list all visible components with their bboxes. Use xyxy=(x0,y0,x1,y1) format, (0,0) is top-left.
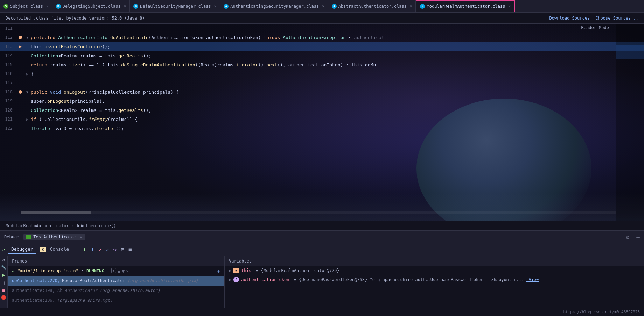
code-line-112: 112 ▼ protected AuthenticationInfo doAut… xyxy=(0,33,644,42)
horizontal-scrollbar[interactable] xyxy=(21,211,616,214)
debug-session-close[interactable]: × xyxy=(80,235,82,239)
frames-icon[interactable]: ≡ xyxy=(127,245,133,254)
pause-side-icon[interactable]: ⏸ xyxy=(1,280,6,286)
line-content-116: } xyxy=(31,71,641,77)
line-content-114: Collection<Realm> realms = this.getRealm… xyxy=(31,53,641,58)
var-view-link[interactable]: View xyxy=(526,277,539,282)
console-tab[interactable]: C Console xyxy=(37,245,72,254)
choose-sources-link[interactable]: Choose Sources... xyxy=(595,16,638,21)
thread-dropdown[interactable]: ▼ xyxy=(111,268,116,273)
kw-params: (AuthenticationToken authenticationToken… xyxy=(149,35,264,40)
kw-next-115: next xyxy=(266,62,277,67)
debug-side-icon2[interactable]: 🔧 xyxy=(1,265,6,270)
frame-method-1: doAuthenticate:270, xyxy=(12,278,60,283)
kw-void-118: void xyxy=(50,89,64,95)
thread-filter-icon[interactable]: ▽ xyxy=(126,268,129,274)
tab-icon-default: D xyxy=(133,4,138,9)
frame-item-3[interactable]: authenticate:106, (org.apache.shiro.mgt) xyxy=(8,295,224,305)
step-out-icon[interactable]: ↗ xyxy=(97,245,103,254)
resume-side-icon[interactable]: ▶ xyxy=(2,272,6,278)
kw-if-121: if xyxy=(31,117,39,122)
step-over-icon[interactable]: ⬆ xyxy=(82,245,88,254)
var-expand-this[interactable]: ▶ xyxy=(229,268,231,273)
tab-abstract[interactable]: A AbstractAuthenticator.class × xyxy=(328,0,416,12)
tab-label-subject: Subject.class xyxy=(10,4,43,9)
tab-label-abstract: AbstractAuthenticator.class xyxy=(338,4,407,9)
tab-default[interactable]: D DefaultSecurityManager.class × xyxy=(130,0,220,12)
breadcrumb-class[interactable]: ModularRealmAuthenticator xyxy=(6,223,69,228)
download-sources-link[interactable]: Download Sources xyxy=(550,16,590,21)
evaluate-icon[interactable]: ↪ xyxy=(112,245,118,254)
debug-toolbar-section: ↺ Debugger C Console ⬆ ⬇ ↗ ↙ ↪ ⊟ ≡ xyxy=(0,243,644,256)
kw-collection-120: Collection xyxy=(31,108,58,113)
debug-session-icon: T xyxy=(26,235,31,239)
thread-name: "main"@1 in group "main" xyxy=(18,268,78,273)
line-num-122: 122 xyxy=(3,126,17,131)
run-to-cursor-icon[interactable]: ↙ xyxy=(104,245,111,254)
fold-121: ▷ xyxy=(24,117,31,121)
kw-return-type: AuthenticationInfo xyxy=(58,35,110,40)
code-line-116: 116 ▷ } xyxy=(0,69,644,78)
kw-truncated: authenticat xyxy=(354,35,384,40)
tab-subject[interactable]: S Subject.class × xyxy=(0,0,52,12)
var-expand-authtoken[interactable]: ▶ xyxy=(229,277,231,282)
code-line-122: 122 Iterator var3 = realms.iterator(); xyxy=(0,124,644,133)
kw-generic-114: <Realm> realms = this. xyxy=(58,53,118,58)
debug-session-tab[interactable]: T TestAuthenticator × xyxy=(23,234,85,240)
tab-close-modular[interactable]: × xyxy=(508,4,511,8)
var-icon-authtoken: P xyxy=(233,277,239,282)
kw-115d: (). xyxy=(258,62,266,67)
frame-item-1[interactable]: doAuthenticate:270, ModularRealmAuthenti… xyxy=(8,276,224,286)
frames-label: Frames xyxy=(12,259,27,264)
status-url: https://blog.csdn.net/m0_46897923 xyxy=(563,310,640,314)
thread-up-icon[interactable]: ▲ xyxy=(118,268,120,274)
thread-checkmark: ✓ xyxy=(12,268,15,274)
step-into-icon[interactable]: ⬇ xyxy=(89,245,96,254)
line-num-118: 118 xyxy=(3,89,17,94)
line-marker-113: ▶ xyxy=(17,44,24,49)
breadcrumb-bar: ModularRealmAuthenticator › doAuthentica… xyxy=(0,221,644,231)
frame-item-2[interactable]: authenticate:198, Ab Authenticator (org.… xyxy=(8,286,224,295)
breadcrumb-method[interactable]: doAuthenticate() xyxy=(76,223,116,228)
var-value-this: = {ModularRealmAuthenticator@779} xyxy=(253,268,340,273)
console-tab-label: Console xyxy=(50,246,69,252)
thread-add-icon[interactable]: + xyxy=(217,268,220,274)
debugger-tab[interactable]: Debugger xyxy=(8,245,36,254)
kw-121b: (!CollectionUtils. xyxy=(39,117,88,122)
tab-auth-security[interactable]: A AuthenticatingSecurityManager.class × xyxy=(220,0,328,12)
kw-iter-115: iterator xyxy=(236,62,258,67)
tab-close-delegating[interactable]: × xyxy=(124,4,126,8)
kw-getrealms-120: getRealms xyxy=(118,108,143,113)
tab-delegating[interactable]: D DelegatingSubject.class × xyxy=(52,0,130,12)
thread-controls: ▼ ▲ ▼ ▽ xyxy=(111,268,129,274)
code-line-113: 113 ▶ this.assertRealmsConfigure(); xyxy=(0,42,644,51)
tab-close-auth-security[interactable]: × xyxy=(322,4,324,8)
scroll-thumb[interactable] xyxy=(21,211,91,214)
tab-label-auth-security: AuthenticatingSecurityManager.class xyxy=(230,4,319,9)
debug-side-icon1[interactable]: ⚙ xyxy=(2,258,5,263)
watches-icon[interactable]: ⊟ xyxy=(119,245,126,254)
thread-down-icon[interactable]: ▼ xyxy=(122,268,125,274)
debug-label: Debug: xyxy=(4,235,19,239)
minimize-icon[interactable]: — xyxy=(636,234,640,240)
exit-side-icon[interactable]: 🔴 xyxy=(1,295,6,300)
tab-close-subject[interactable]: × xyxy=(46,4,49,8)
tab-close-abstract[interactable]: × xyxy=(410,4,412,8)
kw-122c: (); xyxy=(116,126,124,131)
reader-mode-label[interactable]: Reader Mode xyxy=(581,25,609,30)
code-editor: Reader Mode 111 112 ▼ protected Authenti… xyxy=(0,24,644,221)
resume-icon[interactable]: ↺ xyxy=(2,247,5,252)
line-marker-118 xyxy=(17,90,24,94)
code-line-111: 111 xyxy=(0,24,644,33)
tab-icon-auth-security: A xyxy=(224,4,229,9)
kw-end-114: (); xyxy=(143,53,151,58)
variables-label: Variables xyxy=(229,259,252,264)
kw-116: } xyxy=(31,71,34,77)
tab-modular[interactable]: M ModularRealmAuthenticator.class × xyxy=(416,0,515,12)
code-line-118: 118 ▼ public void onLogout(PrincipalColl… xyxy=(0,87,644,96)
stop-side-icon[interactable]: ■ xyxy=(2,288,5,293)
frames-panel: Frames ✓ "main"@1 in group "main" : RUNN… xyxy=(8,256,225,316)
kw-119b: onLogout xyxy=(47,99,69,104)
gear-icon[interactable]: ⚙ xyxy=(626,234,630,240)
tab-close-default[interactable]: × xyxy=(214,4,217,8)
